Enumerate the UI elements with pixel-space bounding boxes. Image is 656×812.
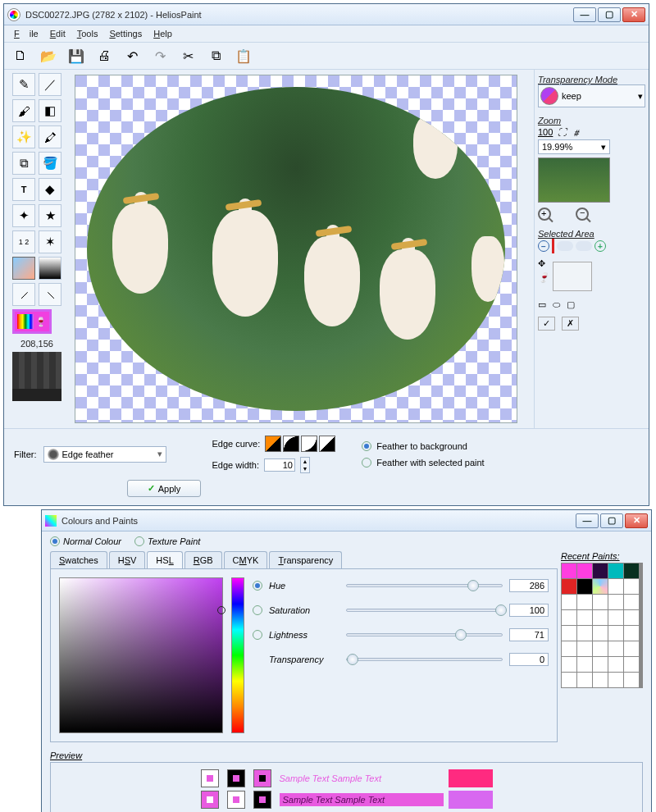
feather-paint-radio[interactable]: Feather with selected paint	[362, 458, 484, 468]
slash-tool-icon[interactable]: ⟋	[12, 283, 35, 306]
menu-edit[interactable]: Edit	[45, 27, 71, 40]
sel-cloud2-icon[interactable]	[576, 241, 592, 251]
trans-input[interactable]	[509, 653, 549, 666]
recent-swatch[interactable]	[577, 563, 592, 578]
sel-cloud-icon[interactable]	[557, 241, 573, 251]
trans-slider[interactable]	[346, 658, 503, 661]
sel-ellipse-icon[interactable]: ⬭	[553, 299, 560, 310]
gradient-filter-tool-icon[interactable]	[12, 257, 35, 280]
close-button[interactable]: ✕	[622, 7, 645, 22]
colours-close-button[interactable]: ✕	[625, 513, 648, 528]
zoom-fit-icon[interactable]: ⛶	[558, 127, 567, 139]
active-color-swatch[interactable]: 🍷	[12, 309, 52, 334]
hue-strip[interactable]	[231, 577, 244, 733]
zoom-out-icon[interactable]	[576, 208, 589, 221]
zoom-preview[interactable]	[538, 157, 610, 203]
recent-swatch[interactable]	[608, 563, 623, 578]
zoom-grid-icon[interactable]: ＃	[572, 127, 581, 139]
menu-file[interactable]: File	[9, 27, 43, 40]
sat-input[interactable]	[509, 604, 549, 617]
sel-crop-icon[interactable]: ▢	[567, 299, 575, 310]
colours-minimize-button[interactable]: —	[576, 513, 599, 528]
tab-rgb[interactable]: RGB	[184, 551, 222, 568]
light-input[interactable]	[509, 628, 549, 641]
copy-icon[interactable]: ⧉	[206, 46, 226, 66]
sat-slider[interactable]	[346, 609, 503, 612]
save-icon[interactable]: 💾	[66, 46, 86, 66]
transparency-mode-dropdown[interactable]: keep ▾	[538, 84, 645, 107]
undo-icon[interactable]: ↶	[122, 46, 142, 66]
gradient-gray-tool-icon[interactable]	[39, 257, 61, 280]
tab-cmyk[interactable]: CMYK	[224, 551, 268, 568]
new-icon[interactable]: 🗋	[11, 46, 30, 66]
normal-colour-radio[interactable]: Normal Colour	[50, 536, 121, 546]
menu-settings[interactable]: Settings	[104, 27, 147, 40]
shapes-tool-icon[interactable]: ◆	[39, 178, 61, 201]
light-slider[interactable]	[346, 633, 503, 636]
recent-swatch[interactable]	[593, 563, 608, 578]
clone-tool-icon[interactable]: ⧉	[12, 152, 35, 175]
pencil-tool-icon[interactable]: ✎	[12, 73, 35, 96]
sel-move-icon[interactable]: ✥	[538, 258, 549, 269]
hue-radio[interactable]	[253, 581, 262, 591]
filter-dropdown[interactable]: Edge feather	[43, 446, 166, 463]
edge-curve-1[interactable]	[265, 436, 281, 452]
recent-swatch[interactable]	[577, 579, 592, 594]
edge-curve-3[interactable]	[301, 436, 317, 452]
zoom-value-input[interactable]: 19.99%▾	[538, 139, 610, 154]
edge-width-input[interactable]	[264, 458, 295, 472]
texture-paint-radio[interactable]: Texture Paint	[134, 536, 200, 546]
minimize-button[interactable]: —	[573, 7, 596, 22]
maximize-button[interactable]: ▢	[598, 7, 621, 22]
print-icon[interactable]: 🖨	[94, 46, 114, 66]
numbered-tool-icon[interactable]: 1 2	[12, 230, 35, 253]
text-tool-icon[interactable]: T	[12, 178, 35, 201]
recent-swatch[interactable]	[593, 579, 608, 594]
titlebar[interactable]: DSC00272.JPG (2782 x 2102) - HeliosPaint…	[4, 4, 649, 25]
highlighter-tool-icon[interactable]: 🖍	[39, 125, 61, 148]
canvas[interactable]	[75, 75, 517, 423]
cut-icon[interactable]: ✂	[178, 46, 198, 66]
navigator-thumbnail[interactable]	[12, 352, 61, 401]
line-tool-icon[interactable]: ／	[39, 73, 61, 96]
redo-icon[interactable]: ↷	[150, 46, 170, 66]
edge-width-spinner[interactable]: ▲▼	[300, 457, 310, 473]
misc-tool-icon[interactable]: ✶	[39, 230, 61, 253]
zoom-100-icon[interactable]: 100	[538, 127, 553, 139]
spray-tool-icon[interactable]: ✨	[12, 125, 35, 148]
edge-curve-4[interactable]	[319, 436, 335, 452]
feather-bg-radio[interactable]: Feather to background	[362, 441, 484, 451]
sel-cancel-icon[interactable]: ✗	[562, 317, 579, 331]
menu-tools[interactable]: Tools	[72, 27, 103, 40]
sel-check-icon[interactable]: ✓	[538, 317, 555, 331]
recent-swatch[interactable]	[624, 579, 639, 594]
tab-hsv[interactable]: HSV	[109, 551, 146, 568]
wand-tool-icon[interactable]: ✦	[12, 204, 35, 227]
eraser-tool-icon[interactable]: ◧	[39, 99, 61, 122]
sl-gradient-box[interactable]	[59, 577, 223, 733]
zoom-in-icon[interactable]	[538, 208, 551, 221]
sel-add-icon[interactable]: +	[594, 240, 606, 252]
tab-swatches[interactable]: Swatches	[50, 551, 107, 568]
brush-tool-icon[interactable]: 🖌	[12, 99, 35, 122]
sel-glass-icon[interactable]: 🍷	[538, 272, 549, 283]
light-radio[interactable]	[253, 630, 262, 640]
recent-swatch[interactable]	[624, 563, 639, 578]
edge-curve-2[interactable]	[283, 436, 299, 452]
backslash-tool-icon[interactable]: ⟍	[39, 283, 61, 306]
paste-icon[interactable]: 📋	[234, 46, 253, 66]
bucket-tool-icon[interactable]: 🪣	[39, 152, 61, 175]
hue-slider[interactable]	[346, 584, 503, 587]
hue-input[interactable]	[509, 579, 549, 592]
recent-swatch[interactable]	[562, 579, 576, 594]
colours-maximize-button[interactable]: ▢	[600, 513, 623, 528]
menu-help[interactable]: Help	[148, 27, 177, 40]
apply-button[interactable]: ✓Apply	[127, 480, 201, 497]
sel-subtract-icon[interactable]: −	[538, 240, 549, 252]
tab-hsl[interactable]: HSL	[147, 551, 182, 568]
tab-transparency[interactable]: Transparency	[269, 551, 342, 568]
star-tool-icon[interactable]: ★	[39, 204, 61, 227]
sat-radio[interactable]	[253, 605, 262, 615]
sel-rect-icon[interactable]: ▭	[538, 299, 546, 310]
recent-swatch[interactable]	[608, 579, 623, 594]
